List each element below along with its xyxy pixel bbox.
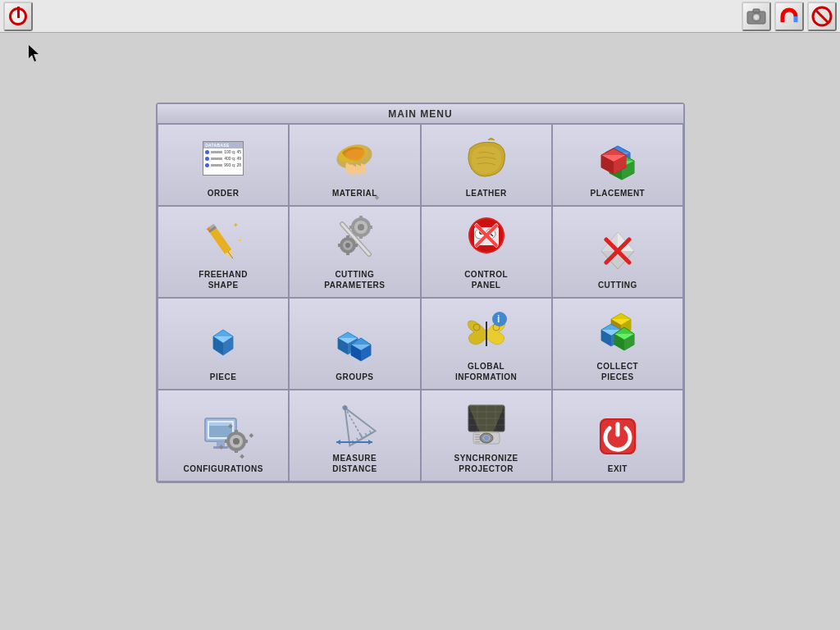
menu-item-freehand-shape[interactable]: ✦ ✦ ✦ FREEHAND SHAPE <box>158 206 289 298</box>
placement-icon <box>593 134 642 183</box>
menu-item-piece[interactable]: PIECE <box>158 298 289 390</box>
menu-item-placement[interactable]: PLACEMENT <box>552 124 683 206</box>
svg-rect-37 <box>359 235 363 239</box>
no-icon <box>811 6 833 27</box>
svg-rect-138 <box>475 441 480 443</box>
svg-point-43 <box>345 243 350 248</box>
svg-rect-47 <box>354 244 358 247</box>
cursor <box>29 45 42 65</box>
top-bar <box>0 0 840 33</box>
menu-item-groups[interactable]: GROUPS <box>289 298 420 390</box>
main-menu-panel: MAIN MENU DATABASE 100 q: 45 400 q: 49 9… <box>156 103 685 483</box>
menu-item-cutting-parameters[interactable]: CUTTING PARAMETERS <box>289 206 420 298</box>
svg-rect-106 <box>225 440 229 443</box>
svg-rect-104 <box>235 430 238 434</box>
exit-icon <box>593 409 642 459</box>
menu-item-measure-distance[interactable]: MEASURE DISTANCE <box>289 390 420 482</box>
magnet-icon <box>778 6 800 27</box>
menu-grid: DATABASE 100 q: 45 400 q: 49 993 q: 28 O… <box>158 124 683 482</box>
menu-item-material[interactable]: MATERIAL <box>289 124 420 206</box>
control-panel-icon <box>462 215 511 264</box>
order-icon: DATABASE 100 q: 45 400 q: 49 993 q: 28 <box>199 134 248 183</box>
global-information-label: GLOBAL INFORMATION <box>455 361 517 382</box>
camera-icon <box>746 7 767 25</box>
top-right-buttons <box>742 2 837 31</box>
collect-pieces-label: COLLECT PIECES <box>597 361 639 382</box>
svg-rect-110 <box>249 433 254 438</box>
menu-item-order[interactable]: DATABASE 100 q: 45 400 q: 49 993 q: 28 O… <box>158 124 289 206</box>
svg-rect-136 <box>475 436 480 438</box>
menu-item-configurations[interactable]: CONFIGURATIONS <box>158 390 289 482</box>
configurations-label: CONFIGURATIONS <box>183 463 262 474</box>
menu-item-control-panel[interactable]: CONTROL PANEL <box>421 206 552 298</box>
piece-icon <box>199 317 248 367</box>
material-label: MATERIAL <box>332 188 377 199</box>
leather-label: LEATHER <box>466 188 507 199</box>
placement-label: PLACEMENT <box>591 188 646 199</box>
configurations-icon <box>199 409 248 459</box>
svg-marker-8 <box>29 45 39 62</box>
cutting-label: CUTTING <box>598 280 637 290</box>
svg-rect-3 <box>753 9 760 12</box>
svg-line-118 <box>370 430 372 432</box>
groups-icon <box>330 317 379 367</box>
svg-marker-122 <box>368 440 372 445</box>
groups-label: GROUPS <box>336 372 373 382</box>
svg-rect-135 <box>475 434 480 436</box>
no-button[interactable] <box>807 2 837 31</box>
svg-text:✦: ✦ <box>238 238 242 243</box>
leather-icon <box>462 134 511 183</box>
svg-rect-105 <box>235 449 238 453</box>
freehand-shape-label: FREEHAND SHAPE <box>199 269 248 290</box>
svg-rect-38 <box>349 226 354 229</box>
svg-line-117 <box>366 432 368 435</box>
global-information-icon: i <box>462 307 511 356</box>
main-menu-title: MAIN MENU <box>158 104 683 124</box>
svg-text:i: i <box>497 313 500 325</box>
menu-item-cutting[interactable]: CUTTING <box>552 206 683 298</box>
svg-rect-39 <box>368 226 372 229</box>
cutting-icon <box>593 226 642 275</box>
svg-point-2 <box>754 15 759 20</box>
power-icon <box>9 7 27 25</box>
camera-button[interactable] <box>742 2 771 31</box>
svg-point-35 <box>358 224 364 231</box>
svg-rect-46 <box>338 244 341 247</box>
menu-item-synchronize-projector[interactable]: SYNCHRONIZE PROJECTOR <box>421 390 552 482</box>
menu-item-collect-pieces[interactable]: COLLECT PIECES <box>552 298 683 390</box>
measure-distance-icon <box>330 399 379 448</box>
exit-label: EXIT <box>608 463 628 474</box>
menu-item-leather[interactable]: LEATHER <box>421 124 552 206</box>
piece-label: PIECE <box>210 372 237 382</box>
synchronize-projector-label: SYNCHRONIZE PROJECTOR <box>454 453 518 474</box>
svg-line-7 <box>815 10 829 23</box>
svg-line-115 <box>357 437 358 440</box>
svg-rect-137 <box>475 439 480 441</box>
svg-rect-45 <box>346 252 349 255</box>
svg-rect-111 <box>240 454 244 459</box>
menu-item-exit[interactable]: EXIT <box>552 390 683 482</box>
power-button[interactable] <box>3 2 33 31</box>
synchronize-projector-icon <box>462 399 511 448</box>
svg-rect-98 <box>209 422 232 426</box>
svg-point-103 <box>233 438 240 445</box>
cutting-parameters-icon <box>330 215 379 264</box>
svg-text:✦: ✦ <box>233 221 239 229</box>
svg-point-134 <box>484 436 489 441</box>
material-icon <box>330 134 379 183</box>
svg-rect-36 <box>359 216 363 220</box>
measure-distance-label: MEASURE DISTANCE <box>332 453 377 474</box>
cutting-parameters-label: CUTTING PARAMETERS <box>324 269 385 290</box>
freehand-shape-icon: ✦ ✦ ✦ <box>199 215 248 264</box>
svg-text:✦: ✦ <box>205 225 212 234</box>
control-panel-label: CONTROL PANEL <box>464 269 508 290</box>
order-label: ORDER <box>208 188 240 199</box>
menu-item-global-information[interactable]: i GLOBAL INFORMATION <box>421 298 552 390</box>
collect-pieces-icon <box>593 307 642 356</box>
svg-rect-107 <box>244 440 248 443</box>
svg-rect-44 <box>346 235 349 239</box>
svg-marker-123 <box>336 440 340 445</box>
magnet-button[interactable] <box>774 2 804 31</box>
